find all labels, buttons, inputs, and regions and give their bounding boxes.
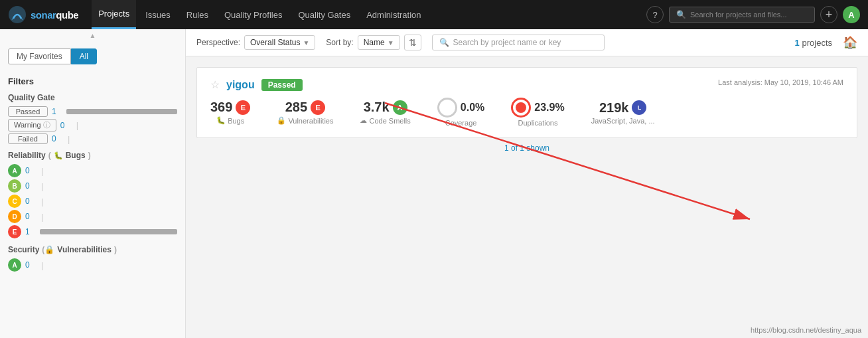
shown-count: 1 of 1 shown (196, 143, 857, 153)
security-a-count: 0 (25, 260, 36, 270)
project-name[interactable]: yigou (226, 79, 255, 91)
security-title: Security (🔒 Vulnerabilities ) (8, 245, 177, 254)
vuln-label: 🔒 Vulnerabilities (277, 116, 333, 125)
filter-row-warning[interactable]: Warning ⓘ 0 | (8, 119, 177, 131)
watermark: https://blog.csdn.net/destiny_aqua (751, 326, 861, 334)
perspective-chevron-icon: ▼ (303, 39, 309, 46)
metric-duplications: 23.9% Duplications (511, 98, 564, 127)
reliability-row-e[interactable]: E 1 (8, 225, 177, 238)
sort-group: Sort by: Name ▼ ⇅ (326, 35, 421, 50)
vuln-number: 285 (285, 100, 307, 115)
projects-count-number: 1 (795, 38, 800, 48)
dup-label: Duplications (518, 119, 558, 127)
scroll-indicator: ▲ (0, 29, 185, 42)
navbar: sonarqube Projects Issues Rules Quality … (0, 0, 868, 29)
reliability-b-count: 0 (25, 181, 36, 191)
filter-row-failed[interactable]: Failed 0 | (8, 133, 177, 144)
lang-badge: L (632, 100, 646, 115)
metric-vulnerabilities: 285 E 🔒 Vulnerabilities (277, 100, 333, 125)
bugs-label: 🐛 Bugs (216, 116, 244, 125)
sonarqube-logo-icon (8, 5, 27, 24)
global-search-box[interactable]: 🔍 Search for projects and files... (669, 7, 815, 23)
filters-title: Filters (8, 76, 177, 86)
reliability-e-bar (40, 229, 177, 234)
project-search-icon: 🔍 (439, 38, 449, 47)
bugs-number: 369 (210, 100, 232, 115)
lines-number: 219k (599, 100, 629, 116)
vuln-grade-badge: E (311, 100, 325, 115)
grade-c-circle: C (8, 195, 21, 208)
smells-grade-badge: A (393, 100, 407, 115)
perspective-select[interactable]: Overall Status ▼ (244, 35, 315, 50)
warning-info-icon[interactable]: ⓘ (43, 121, 50, 129)
help-button[interactable]: ? (646, 6, 664, 23)
brand-sonar-text: sonar (31, 9, 56, 21)
metric-lines: 219k L JavaScript, Java, ... (591, 100, 655, 125)
nav-projects[interactable]: Projects (92, 0, 136, 29)
nav-issues[interactable]: Issues (139, 0, 177, 29)
nav-rules[interactable]: Rules (180, 0, 215, 29)
project-metrics: 369 E 🐛 Bugs 285 E (210, 98, 843, 127)
sort-value: Name (364, 38, 385, 47)
nav-quality-gates[interactable]: Quality Gates (291, 0, 357, 29)
perspective-label: Perspective: (196, 38, 240, 47)
coverage-number: 0.0% (461, 102, 484, 114)
dup-circle (511, 98, 531, 118)
favorites-toggle: My Favorites All (8, 48, 177, 64)
reliability-row-b[interactable]: B 0 | (8, 179, 177, 193)
last-analysis: Last analysis: May 10, 2019, 10:46 AM (718, 78, 843, 86)
global-search-placeholder: Search for projects and files... (690, 11, 787, 19)
lines-label: JavaScript, Java, ... (591, 117, 655, 125)
reliability-row-a[interactable]: A 0 | (8, 164, 177, 177)
reliability-row-c[interactable]: C 0 | (8, 195, 177, 208)
projects-count: 1 projects (795, 38, 832, 48)
brand-qube-text: qube (56, 9, 78, 21)
sort-chevron-icon: ▼ (388, 39, 394, 46)
user-avatar[interactable]: A (843, 6, 860, 23)
star-icon[interactable]: ☆ (210, 78, 220, 91)
smells-value-row: 3.7k A (364, 100, 407, 115)
bugs-grade-badge: E (236, 100, 250, 115)
coverage-label: Coverage (445, 119, 477, 127)
home-icon[interactable]: 🏠 (843, 35, 857, 50)
sidebar: ▲ My Favorites All Filters Quality Gate … (0, 29, 186, 338)
navbar-right: ? 🔍 Search for projects and files... + A (646, 6, 860, 23)
sort-label: Sort by: (326, 38, 353, 47)
reliability-title: Reliability ( 🐛 Bugs ) (8, 151, 177, 160)
reliability-d-count: 0 (25, 212, 36, 221)
main-layout: ▲ My Favorites All Filters Quality Gate … (0, 29, 868, 338)
project-card: ☆ yigou Passed Last analysis: May 10, 20… (196, 67, 857, 138)
sort-select[interactable]: Name ▼ (358, 35, 400, 50)
lines-value-row: 219k L (599, 100, 647, 116)
my-favorites-button[interactable]: My Favorites (8, 48, 71, 64)
reliability-e-count: 1 (25, 227, 36, 236)
filter-row-passed[interactable]: Passed 1 (8, 106, 177, 117)
all-button[interactable]: All (71, 48, 97, 64)
project-search-box[interactable]: 🔍 Search by project name or key (432, 35, 605, 50)
project-status-badge: Passed (261, 79, 303, 91)
dup-circle-inner (516, 102, 526, 113)
warning-count: 0 (60, 121, 71, 130)
security-row-a[interactable]: A 0 | (8, 258, 177, 272)
search-icon: 🔍 (676, 10, 686, 19)
nav-quality-profiles[interactable]: Quality Profiles (218, 0, 289, 29)
nav-administration[interactable]: Administration (360, 0, 427, 29)
vuln-value-row: 285 E (285, 100, 325, 115)
metric-coverage: 0.0% Coverage (437, 98, 484, 127)
perspective-value: Overall Status (250, 38, 300, 47)
failed-pill[interactable]: Failed (8, 133, 48, 144)
add-button[interactable]: + (820, 6, 837, 23)
sort-direction-button[interactable]: ⇅ (404, 35, 421, 50)
coverage-value-row: 0.0% (437, 98, 484, 118)
dup-value-row: 23.9% (511, 98, 564, 118)
warning-pill[interactable]: Warning ⓘ (8, 119, 56, 131)
passed-pill[interactable]: Passed (8, 106, 48, 117)
bugs-value-row: 369 E (210, 100, 250, 115)
reliability-row-d[interactable]: D 0 | (8, 210, 177, 223)
top-bar: Perspective: Overall Status ▼ Sort by: N… (186, 29, 868, 56)
grade-e-circle: E (8, 225, 21, 238)
filter-section: Filters Quality Gate Passed 1 Warning ⓘ … (0, 71, 185, 279)
smells-label: ☁ Code Smells (360, 116, 410, 125)
projects-list: ☆ yigou Passed Last analysis: May 10, 20… (186, 56, 868, 338)
grade-a-circle: A (8, 164, 21, 177)
